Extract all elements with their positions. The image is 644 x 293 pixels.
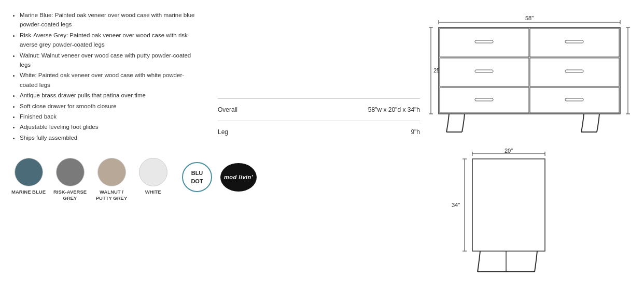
svg-rect-38 <box>472 159 545 251</box>
side-view-diagram: 20" 34" <box>446 148 581 287</box>
mid-column: Overall 58"w x 20"d x 34"h Leg 9"h <box>202 10 420 288</box>
swatch-circle <box>97 158 126 186</box>
features-list: Marine Blue: Painted oak veneer over woo… <box>10 10 197 142</box>
svg-rect-22 <box>475 40 493 43</box>
front-view-svg: 58" 8" 25" <box>428 13 631 142</box>
page: Marine Blue: Painted oak veneer over woo… <box>0 0 644 293</box>
feature-item: Risk-Averse Grey: Painted oak veneer ove… <box>20 31 197 50</box>
side-view-svg: 20" 34" <box>446 148 581 287</box>
swatches-row: MARINE BLUERISK-AVERSE GREYWALNUT / PUTT… <box>10 158 171 202</box>
svg-rect-24 <box>475 70 493 72</box>
feature-item: Ships fully assembled <box>20 133 197 142</box>
swatch-item: RISK-AVERSE GREY <box>52 158 88 202</box>
overall-label: Overall <box>218 106 237 113</box>
feature-item: Soft close drawer for smooth closure <box>20 101 197 111</box>
feature-item: Marine Blue: Painted oak veneer over woo… <box>20 10 197 30</box>
feature-item: Antique brass drawer pulls that patina o… <box>20 91 197 100</box>
svg-rect-26 <box>475 98 493 101</box>
swatch-circle <box>139 158 167 186</box>
feature-item: Walnut: Walnut veneer over wood case wit… <box>20 51 197 70</box>
svg-rect-23 <box>565 40 583 43</box>
feature-item: Adjustable leveling foot glides <box>20 122 197 131</box>
overall-dimension-row: Overall 58"w x 20"d x 34"h <box>218 98 420 121</box>
svg-text:58": 58" <box>525 15 534 21</box>
bottom-row: MARINE BLUERISK-AVERSE GREYWALNUT / PUTT… <box>10 153 197 202</box>
right-column: 58" 8" 25" <box>420 10 634 288</box>
left-column: Marine Blue: Painted oak veneer over woo… <box>10 10 202 288</box>
leg-dimension-row: Leg 9"h <box>218 121 420 143</box>
feature-item: Finished back <box>20 112 197 121</box>
feature-item: White: Painted oak veneer over wood case… <box>20 70 197 90</box>
swatch-label: WHITE <box>145 189 161 195</box>
swatch-circle <box>15 158 43 186</box>
leg-label: Leg <box>218 128 228 136</box>
leg-value: 9"h <box>411 128 420 136</box>
svg-text:34": 34" <box>452 202 460 208</box>
swatch-label: RISK-AVERSE GREY <box>52 189 88 202</box>
swatch-circle <box>56 158 85 186</box>
swatch-item: MARINE BLUE <box>10 158 47 195</box>
swatch-item: WHITE <box>135 158 171 195</box>
svg-rect-25 <box>565 70 583 72</box>
svg-text:20": 20" <box>505 148 513 154</box>
overall-value: 58"w x 20"d x 34"h <box>368 106 420 113</box>
swatch-item: WALNUT / PUTTY GREY <box>93 158 130 202</box>
svg-text:BLU: BLU <box>191 170 203 176</box>
swatch-label: WALNUT / PUTTY GREY <box>93 189 130 202</box>
svg-rect-27 <box>565 98 583 101</box>
svg-text:DOT: DOT <box>191 178 203 184</box>
swatch-label: MARINE BLUE <box>11 189 46 195</box>
front-view-diagram: 58" 8" 25" <box>428 13 631 142</box>
